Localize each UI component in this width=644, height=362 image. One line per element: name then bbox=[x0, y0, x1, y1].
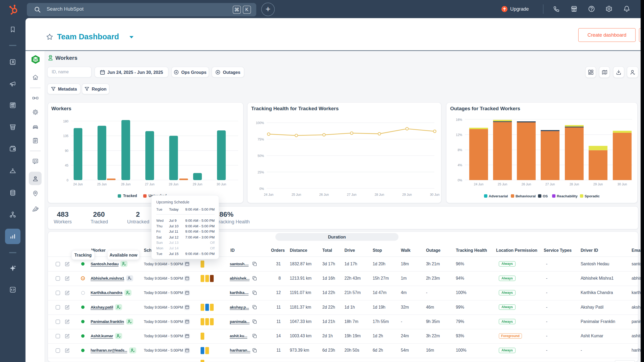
svg-text:30 Jun: 30 Jun bbox=[617, 182, 627, 186]
svg-text:0%: 0% bbox=[457, 178, 462, 182]
svg-text:16%: 16% bbox=[456, 118, 462, 122]
svg-text:Sporadic: Sporadic bbox=[585, 194, 600, 198]
svg-text:29 Jun: 29 Jun bbox=[193, 182, 202, 186]
svg-text:27 Jun: 27 Jun bbox=[347, 193, 357, 197]
svg-text:0%: 0% bbox=[259, 187, 264, 191]
svg-text:8%: 8% bbox=[457, 148, 462, 152]
svg-text:180: 180 bbox=[63, 120, 68, 123]
svg-text:28 Jun: 28 Jun bbox=[569, 182, 579, 186]
svg-text:0: 0 bbox=[66, 178, 68, 182]
svg-text:28 Jun: 28 Jun bbox=[169, 182, 178, 186]
svg-text:28 Jun: 28 Jun bbox=[375, 193, 384, 197]
svg-text:Adversarial: Adversarial bbox=[489, 194, 508, 198]
svg-text:4%: 4% bbox=[457, 163, 462, 167]
svg-text:27 Jun: 27 Jun bbox=[545, 182, 555, 186]
svg-text:24 Jun: 24 Jun bbox=[474, 182, 484, 186]
svg-text:30 Jun: 30 Jun bbox=[217, 182, 226, 186]
svg-text:50%: 50% bbox=[258, 154, 264, 158]
svg-text:26 Jun: 26 Jun bbox=[121, 182, 130, 186]
svg-text:25 Jun: 25 Jun bbox=[498, 182, 507, 186]
svg-text:Reachability: Reachability bbox=[557, 194, 578, 198]
svg-text:29 Jun: 29 Jun bbox=[402, 193, 412, 197]
svg-text:27 Jun: 27 Jun bbox=[145, 182, 154, 186]
svg-text:45: 45 bbox=[65, 164, 69, 167]
svg-text:90: 90 bbox=[65, 149, 69, 153]
svg-text:100%: 100% bbox=[256, 121, 264, 125]
svg-text:25 Jun: 25 Jun bbox=[291, 193, 301, 197]
svg-text:29 Jun: 29 Jun bbox=[593, 182, 603, 186]
svg-text:26 Jun: 26 Jun bbox=[522, 182, 531, 186]
svg-text:75%: 75% bbox=[258, 138, 264, 141]
svg-text:Behavioural: Behavioural bbox=[515, 194, 536, 198]
svg-text:12%: 12% bbox=[456, 133, 462, 137]
svg-text:25 Jun: 25 Jun bbox=[97, 182, 107, 186]
svg-text:24 Jun: 24 Jun bbox=[73, 182, 83, 186]
svg-text:Tracked: Tracked bbox=[123, 194, 137, 198]
svg-text:OS: OS bbox=[543, 194, 548, 198]
svg-text:135: 135 bbox=[63, 134, 68, 138]
svg-text:26 Jun: 26 Jun bbox=[319, 193, 329, 197]
svg-text:24 Jun: 24 Jun bbox=[264, 193, 273, 197]
svg-text:25%: 25% bbox=[258, 171, 264, 174]
svg-text:30 Jun: 30 Jun bbox=[430, 193, 439, 197]
